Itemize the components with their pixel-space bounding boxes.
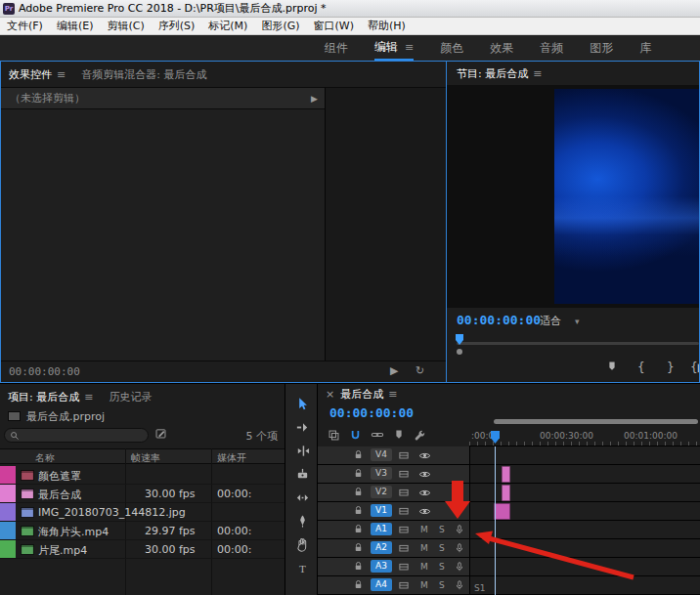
workspace-tab-assembly[interactable]: 组件 (325, 35, 348, 61)
panel-menu-icon[interactable]: ≡ (533, 67, 542, 80)
slip-tool-icon[interactable] (294, 489, 310, 505)
toggle-track-output-eye-icon[interactable] (418, 449, 431, 462)
title-bar[interactable]: Pr Adobe Premiere Pro CC 2018 - D:\PR项目\… (0, 0, 700, 18)
close-icon[interactable]: × (326, 388, 334, 401)
track-target-a2[interactable]: A2 (371, 541, 392, 554)
timeline-clip[interactable] (494, 503, 510, 520)
sync-lock-icon[interactable] (398, 449, 410, 461)
lock-icon[interactable] (353, 505, 364, 516)
collapse-timeline-icon[interactable]: ▶ (311, 88, 318, 109)
track-lane[interactable] (469, 558, 700, 575)
toggle-track-output-eye-icon[interactable] (418, 505, 431, 518)
solo-button[interactable]: S (439, 562, 445, 572)
menu-item-4[interactable]: 序列(S) (152, 19, 202, 33)
play-in-out-icon[interactable]: {▶} (690, 361, 699, 374)
timeline-settings-wrench-icon[interactable] (414, 429, 426, 442)
hand-tool-icon[interactable] (294, 536, 310, 552)
track-lane[interactable] (469, 576, 700, 594)
workspace-tab-editing[interactable]: 编辑≡ (374, 35, 414, 61)
add-marker-icon[interactable] (606, 361, 618, 375)
add-marker-icon[interactable] (393, 429, 405, 441)
panel-menu-icon[interactable]: ≡ (84, 391, 93, 404)
mute-button[interactable]: M (420, 525, 428, 534)
playhead-line[interactable] (495, 446, 496, 595)
tab-effect-controls[interactable]: 效果控件≡ (9, 67, 66, 82)
menu-item-2[interactable]: 编辑(E) (50, 19, 101, 33)
project-row[interactable]: 最后合成30.00 fps00:00: (0, 485, 284, 503)
track-target-v4[interactable]: V4 (371, 448, 392, 461)
panel-menu-icon[interactable]: ≡ (57, 68, 66, 81)
column-header-1[interactable]: 名称 (35, 451, 55, 465)
program-timecode[interactable]: 00:00:00:00 (457, 313, 541, 327)
scrubber-zoom-handle[interactable] (457, 349, 462, 355)
label-color-chip[interactable] (0, 466, 16, 484)
project-file-row[interactable]: 最后合成.prproj (0, 407, 284, 425)
tab-audio-clip-mixer[interactable]: 音频剪辑混合器: 最后合成 (81, 67, 206, 82)
solo-button[interactable]: S (439, 543, 445, 553)
loop-icon[interactable]: ↻ (416, 364, 424, 377)
tab-sequence[interactable]: 最后合成 (340, 387, 383, 402)
track-lane[interactable] (469, 539, 700, 557)
mute-button[interactable]: M (420, 543, 428, 553)
timeline-zoom-scrollbar[interactable] (494, 419, 698, 424)
sync-lock-icon[interactable] (398, 487, 410, 498)
panel-menu-icon[interactable]: ≡ (388, 388, 397, 401)
track-target-a3[interactable]: A3 (371, 560, 392, 573)
label-color-chip[interactable] (0, 485, 16, 502)
ripple-edit-tool-icon[interactable] (294, 443, 310, 458)
column-header-2[interactable]: 帧速率 (131, 451, 160, 465)
mark-in-icon[interactable]: { (637, 361, 645, 374)
mute-button[interactable]: M (420, 562, 428, 572)
track-target-v1[interactable]: V1 (371, 504, 392, 517)
menu-item-3[interactable]: 剪辑(C) (100, 19, 151, 33)
lock-icon[interactable] (353, 579, 364, 590)
tab-project[interactable]: 项目: 最后合成≡ (8, 390, 93, 404)
effect-controls-timecode[interactable]: 00:00:00:00 (9, 365, 80, 378)
track-target-a4[interactable]: A4 (371, 578, 392, 591)
toggle-track-output-eye-icon[interactable] (418, 487, 431, 499)
play-audio-icon[interactable]: ▶ (390, 364, 398, 377)
track-target-a1[interactable]: A1 (371, 523, 392, 535)
workspace-tab-audio[interactable]: 音频 (540, 35, 563, 61)
sync-lock-icon[interactable] (398, 579, 410, 591)
project-row[interactable]: 片尾.mp430.00 fps00:00: (0, 540, 284, 559)
linked-selection-icon[interactable] (371, 428, 384, 442)
label-color-chip[interactable] (0, 540, 16, 558)
voiceover-mic-icon[interactable] (454, 524, 465, 535)
track-lane[interactable] (469, 521, 700, 538)
track-select-forward-tool-icon[interactable] (294, 419, 310, 435)
project-row[interactable]: 海角片头.mp429.97 fps00:00: (0, 522, 284, 540)
lock-icon[interactable] (353, 561, 364, 572)
type-tool-icon[interactable]: T (294, 560, 310, 575)
lock-icon[interactable] (353, 524, 364, 534)
menu-item-8[interactable]: 帮助(H) (361, 19, 413, 33)
pen-tool-icon[interactable] (294, 513, 310, 529)
sync-lock-icon[interactable] (398, 468, 410, 480)
sync-lock-icon[interactable] (398, 524, 410, 535)
program-scrubber[interactable] (457, 342, 699, 345)
selection-tool-icon[interactable] (294, 396, 310, 411)
workspace-tab-libraries[interactable]: 库 (639, 35, 651, 61)
timeline-clip[interactable] (502, 466, 510, 483)
lock-icon[interactable] (353, 542, 364, 553)
sync-lock-icon[interactable] (398, 505, 410, 517)
label-color-chip[interactable] (0, 522, 16, 539)
snap-icon[interactable] (349, 429, 362, 442)
workspace-tab-graphics[interactable]: 图形 (590, 35, 613, 61)
panel-menu-icon[interactable]: ≡ (405, 41, 414, 54)
timeline-timecode[interactable]: 00:00:00:00 (329, 405, 414, 420)
track-target-v3[interactable]: V3 (371, 467, 392, 480)
menu-item-6[interactable]: 图形(G) (254, 19, 306, 33)
project-row[interactable]: IMG_20180703_144812.jpg (0, 503, 284, 522)
time-ruler[interactable]: :00:0000:00:30:0000:01:00:00 (469, 429, 700, 446)
solo-button[interactable]: S (439, 525, 445, 534)
nest-insert-icon[interactable] (328, 429, 340, 442)
search-input[interactable] (4, 428, 149, 443)
menu-item-5[interactable]: 标记(M) (201, 19, 254, 33)
voiceover-mic-icon[interactable] (454, 542, 465, 554)
solo-button[interactable]: S (439, 580, 445, 590)
project-row[interactable]: 颜色遮罩 (0, 466, 284, 485)
tab-history[interactable]: 历史记录 (109, 390, 152, 404)
menu-item-1[interactable]: 文件(F) (0, 19, 50, 33)
lock-icon[interactable] (353, 449, 364, 460)
